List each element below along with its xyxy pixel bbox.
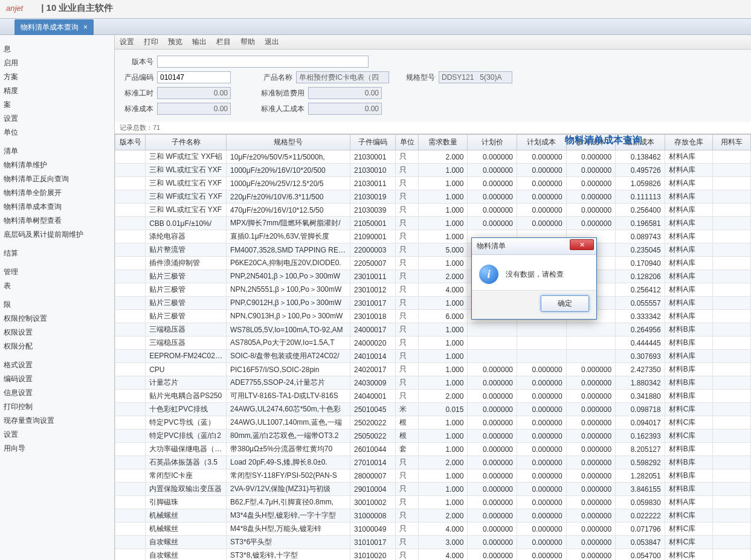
table-row[interactable]: 三和 WL或红宝石 YXF1000μF/±20%/16V/10*20/50021… — [115, 164, 751, 177]
table-row[interactable]: 贴片三极管PNP,2N5401,β＞100,Po＞300mW23010011只2… — [115, 270, 751, 283]
label-name: 产品名称 — [259, 72, 292, 83]
sidebar-item[interactable]: 限 — [0, 298, 114, 312]
table-row[interactable]: 特定PVC排线（蓝/白280mm,蓝/白2芯双色,一端带OT3.22505002… — [115, 430, 751, 443]
table-row[interactable]: CPUPIC16F57/I/SO,SOIC-28pin24020017只1.00… — [115, 363, 751, 376]
sidebar-item[interactable]: 结算 — [0, 246, 114, 260]
table-row[interactable]: 计量芯片ADE7755,SSOP-24,计量芯片24030009只1.0000.… — [115, 376, 751, 390]
table-row[interactable]: 三和 WF或红宝 YXF铝10μF/±20%/50V/5×11/5000h,21… — [115, 150, 751, 164]
table-row[interactable]: 贴片光电耦合器PS250可用LTV-816S-TA1-D或LTV-816S240… — [115, 390, 751, 403]
sidebar-item[interactable]: 权限控制设置 — [0, 312, 114, 326]
menu-item[interactable]: 设置 — [120, 37, 134, 47]
sidebar-item[interactable]: 用向导 — [0, 442, 114, 455]
table-row[interactable]: 自攻螺丝ST3*8,镀彩锌,十字型31010020只4.0000.0000000… — [115, 549, 751, 561]
table-row[interactable]: 机械螺丝M3*4盘头H型,镀彩锌,一字十字型31000008只2.0000.00… — [115, 509, 751, 523]
page-title: 物料清单成本查询 — [565, 134, 642, 147]
table-row[interactable]: 大功率磁保继电器（60带380μΩ±5%分流器带红黄均7026010044套1.… — [115, 443, 751, 456]
table-row[interactable]: 三端稳压器WS78L05,5V,Io=100mA,TO-92,AM2400001… — [115, 323, 751, 336]
dialog-message: 没有数据，请检查 — [506, 269, 564, 280]
data-grid[interactable]: 版本号子件名称规格型号子件编码单位需求数量计划价计划成本参考成本最新成本存放仓库… — [115, 134, 751, 560]
dialog-title: 物料清单 — [477, 241, 506, 251]
column-header[interactable]: 版本号 — [115, 135, 146, 150]
table-row[interactable]: 常闭型IC卡座常闭型SY-118FY/PSI-502(PAN-S28000007… — [115, 469, 751, 483]
sidebar-item[interactable]: 信息设置 — [0, 386, 114, 400]
table-row[interactable]: EEPROM-FM24C02（2.SOIC-8/盘带包装或使用AT24C02/2… — [115, 350, 751, 363]
table-row[interactable]: 贴片三极管PNP,C9012H,β＞100,Po＞300mW23010017只1… — [115, 297, 751, 310]
tab-label: 物料清单成本查询 — [21, 22, 79, 33]
sidebar-item[interactable]: 单位 — [0, 126, 114, 140]
sidebar-item[interactable]: 物料清单全阶展开 — [0, 186, 114, 200]
brand-logo: anjet| 10 业业自主软件 — [0, 0, 119, 17]
column-header[interactable]: 存放仓库 — [665, 135, 712, 150]
sidebar-item[interactable]: 息 — [0, 42, 114, 56]
sidebar-item[interactable]: 底层码及累计提前期维护 — [0, 228, 114, 242]
table-row[interactable]: 三和 WF或红宝石 YXF220μF/±20%/10V/6.3*11/50021… — [115, 190, 751, 204]
menu-item[interactable]: 帮助 — [240, 37, 255, 47]
label-version: 版本号 — [120, 57, 153, 67]
menu-item[interactable]: 栏目 — [216, 37, 231, 47]
sidebar-item[interactable]: 权限设置 — [0, 326, 114, 340]
column-header[interactable]: 单位 — [396, 135, 419, 150]
column-header[interactable]: 计划价 — [468, 135, 517, 150]
close-icon[interactable]: ✕ — [570, 239, 594, 250]
label-std-labor: 标准人工成本 — [259, 104, 305, 114]
sidebar-item[interactable]: 案 — [0, 98, 114, 112]
column-header[interactable]: 子件编码 — [350, 135, 395, 150]
label-spec: 规格型号 — [401, 72, 435, 83]
input-version[interactable] — [157, 56, 369, 68]
table-row[interactable]: 十色彩虹PVC排线24AWG,UL2474,60芯*50m,十色彩2501004… — [115, 403, 751, 416]
label-std-hour: 标准工时 — [120, 88, 153, 98]
sidebar-item[interactable]: 设置 — [0, 428, 114, 442]
sidebar-item[interactable]: 启用 — [0, 56, 114, 70]
sidebar-item[interactable]: 物料清单树型查看 — [0, 214, 114, 228]
close-icon[interactable]: × — [83, 23, 88, 31]
table-row[interactable]: 特定PVC导线（蓝）24AWG,UL1007,140mm,蓝色,一端250200… — [115, 416, 751, 430]
input-std-mfg — [308, 87, 382, 99]
ok-button[interactable]: 确定 — [541, 295, 589, 312]
table-row[interactable]: 三端稳压器AS7805A,Po大于20W,Io=1.5A,T24000020只1… — [115, 336, 751, 350]
menu-item[interactable]: 打印 — [144, 37, 158, 47]
column-header[interactable]: 子件名称 — [146, 135, 227, 150]
dialog-titlebar[interactable]: 物料清单 ✕ — [472, 238, 596, 255]
table-row[interactable]: 涤纶电容器直插0.1μF/±20%,63V,管脚长度21090001只1.000… — [115, 230, 751, 243]
table-row[interactable]: 石英晶体振荡器（3.5Load 20pF,49-S,矮,脚长8.0±0.2701… — [115, 456, 751, 469]
sidebar-item[interactable]: 编码设置 — [0, 372, 114, 386]
sidebar-item[interactable]: 物料清单维护 — [0, 158, 114, 172]
sidebar-item[interactable]: 管理 — [0, 265, 114, 279]
input-product-code[interactable] — [157, 71, 231, 83]
table-row[interactable]: 自攻螺丝ST3*6平头型31010017只3.0000.0000000.0000… — [115, 536, 751, 549]
table-row[interactable]: 引脚磁珠B62,F型,4.7μH,引脚直径0.8mm,30010002只1.00… — [115, 496, 751, 509]
query-form: 版本号 产品编码 产品名称 规格型号 标准工时 标准 — [115, 50, 751, 122]
sidebar-item[interactable]: 方案 — [0, 70, 114, 84]
table-row[interactable]: 三和 WL或红宝石 YXF470μF/±20%/16V/10*12.5/5021… — [115, 204, 751, 217]
table-row[interactable]: 贴片三极管NPN,C9013H,β＞100,Po＞300mW23010018只6… — [115, 310, 751, 323]
column-header[interactable]: 规格型号 — [227, 135, 350, 150]
table-row[interactable]: CBB 0.01μF/±10%/MPX/脚长7mm/阻燃环氧树脂灌封/21050… — [115, 217, 751, 230]
menu-item[interactable]: 输出 — [192, 37, 207, 47]
sidebar-item[interactable]: 物料清单正反向查询 — [0, 172, 114, 186]
column-header[interactable]: 需求数量 — [418, 135, 468, 150]
sidebar-item[interactable]: 清单 — [0, 144, 114, 158]
input-std-hour — [157, 87, 231, 99]
label-std-mfg: 标准制造费用 — [259, 88, 305, 98]
sidebar-item[interactable]: 权限分配 — [0, 340, 114, 353]
sidebar-item[interactable]: 设置 — [0, 112, 114, 126]
tab-bom-cost-query[interactable]: 物料清单成本查询 × — [15, 19, 94, 35]
table-row[interactable]: 机械螺丝M4*8盘头H型,万能头,镀彩锌31000049只4.0000.0000… — [115, 523, 751, 536]
sidebar-item[interactable]: 表 — [0, 279, 114, 293]
sidebar-item[interactable]: 现存量查询设置 — [0, 414, 114, 428]
input-std-labor — [308, 103, 382, 115]
column-header[interactable]: 计划成本 — [517, 135, 567, 150]
nav-sidebar: 息启用方案精度案设置单位清单物料清单维护物料清单正反向查询物料清单全阶展开物料清… — [0, 35, 115, 560]
table-row[interactable]: 内置保险双输出变压器2VA-9V/12V,保险(MZ31)与初级29010004… — [115, 483, 751, 496]
table-row[interactable]: 插件浪涌抑制管P6KE20CA,抑制电压20V,DIODE0.22050007只… — [115, 257, 751, 270]
column-header[interactable]: 用料车 — [713, 135, 751, 150]
sidebar-item[interactable]: 打印控制 — [0, 400, 114, 414]
menu-item[interactable]: 退出 — [265, 37, 279, 47]
table-row[interactable]: 贴片整流管FM4007,3528,SMD TAPPING REEL2200000… — [115, 243, 751, 257]
sidebar-item[interactable]: 精度 — [0, 84, 114, 98]
sidebar-item[interactable]: 物料清单成本查询 — [0, 200, 114, 214]
menu-item[interactable]: 预览 — [168, 37, 182, 47]
table-row[interactable]: 三和 WL或红宝石 YXF1000μF/±20%/25V/12.5*20/521… — [115, 177, 751, 190]
sidebar-item[interactable]: 格式设置 — [0, 358, 114, 372]
table-row[interactable]: 贴片三极管NPN,2N5551,β＞100,Po＞300mW23010012只4… — [115, 283, 751, 297]
